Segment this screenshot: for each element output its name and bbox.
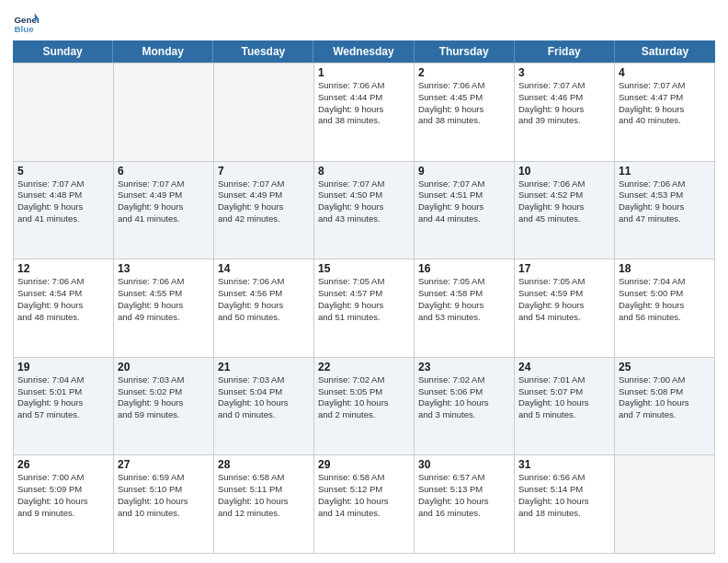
- calendar-day: 9Sunrise: 7:07 AM Sunset: 4:51 PM Daylig…: [415, 162, 515, 259]
- calendar-header: SundayMondayTuesdayWednesdayThursdayFrid…: [13, 40, 715, 63]
- day-info: Sunrise: 6:58 AM Sunset: 5:11 PM Dayligh…: [218, 472, 310, 519]
- day-number: 17: [518, 262, 610, 275]
- day-info: Sunrise: 7:07 AM Sunset: 4:46 PM Dayligh…: [518, 80, 610, 127]
- calendar-day: 13Sunrise: 7:06 AM Sunset: 4:55 PM Dayli…: [114, 259, 214, 357]
- calendar-week: 5Sunrise: 7:07 AM Sunset: 4:48 PM Daylig…: [14, 162, 715, 260]
- page-header: General Blue: [13, 9, 715, 35]
- calendar-day: 1Sunrise: 7:06 AM Sunset: 4:44 PM Daylig…: [314, 63, 415, 161]
- calendar-day: 26Sunrise: 7:00 AM Sunset: 5:09 PM Dayli…: [14, 455, 114, 553]
- calendar-day: 16Sunrise: 7:05 AM Sunset: 4:58 PM Dayli…: [415, 259, 515, 357]
- day-number: 26: [17, 458, 109, 471]
- calendar-day: [14, 63, 114, 161]
- day-number: 18: [619, 262, 711, 275]
- day-number: 20: [118, 361, 210, 373]
- day-info: Sunrise: 6:58 AM Sunset: 5:12 PM Dayligh…: [318, 472, 410, 519]
- day-info: Sunrise: 7:05 AM Sunset: 4:57 PM Dayligh…: [318, 276, 410, 323]
- calendar-day: 6Sunrise: 7:07 AM Sunset: 4:49 PM Daylig…: [114, 162, 214, 259]
- day-info: Sunrise: 7:02 AM Sunset: 5:06 PM Dayligh…: [418, 374, 510, 421]
- day-number: 7: [218, 165, 310, 178]
- calendar-day: 5Sunrise: 7:07 AM Sunset: 4:48 PM Daylig…: [14, 162, 114, 259]
- calendar-day: 21Sunrise: 7:03 AM Sunset: 5:04 PM Dayli…: [214, 358, 314, 455]
- day-number: 4: [619, 66, 711, 79]
- weekday-header: Wednesday: [313, 40, 414, 63]
- day-info: Sunrise: 7:07 AM Sunset: 4:49 PM Dayligh…: [218, 178, 310, 225]
- day-number: 13: [118, 262, 210, 275]
- day-info: Sunrise: 7:02 AM Sunset: 5:05 PM Dayligh…: [318, 374, 410, 421]
- day-number: 31: [518, 458, 610, 471]
- calendar-body: 1Sunrise: 7:06 AM Sunset: 4:44 PM Daylig…: [13, 63, 715, 554]
- calendar: SundayMondayTuesdayWednesdayThursdayFrid…: [13, 40, 715, 554]
- calendar-day: 15Sunrise: 7:05 AM Sunset: 4:57 PM Dayli…: [314, 259, 415, 357]
- calendar-day: 3Sunrise: 7:07 AM Sunset: 4:46 PM Daylig…: [515, 63, 615, 161]
- day-info: Sunrise: 7:00 AM Sunset: 5:08 PM Dayligh…: [619, 374, 711, 421]
- day-number: 30: [418, 458, 510, 471]
- calendar-day: 17Sunrise: 7:05 AM Sunset: 4:59 PM Dayli…: [515, 259, 615, 357]
- day-number: 29: [318, 458, 410, 471]
- day-number: 15: [318, 262, 410, 275]
- day-info: Sunrise: 7:06 AM Sunset: 4:55 PM Dayligh…: [118, 276, 210, 323]
- day-info: Sunrise: 7:00 AM Sunset: 5:09 PM Dayligh…: [17, 472, 109, 519]
- calendar-day: 30Sunrise: 6:57 AM Sunset: 5:13 PM Dayli…: [415, 455, 515, 553]
- day-info: Sunrise: 7:03 AM Sunset: 5:04 PM Dayligh…: [218, 374, 310, 421]
- weekday-header: Saturday: [615, 40, 715, 63]
- calendar-day: 19Sunrise: 7:04 AM Sunset: 5:01 PM Dayli…: [14, 358, 114, 455]
- day-number: 28: [218, 458, 310, 471]
- weekday-header: Tuesday: [213, 40, 313, 63]
- calendar-day: 28Sunrise: 6:58 AM Sunset: 5:11 PM Dayli…: [214, 455, 314, 553]
- calendar-day: 12Sunrise: 7:06 AM Sunset: 4:54 PM Dayli…: [14, 259, 114, 357]
- calendar-week: 26Sunrise: 7:00 AM Sunset: 5:09 PM Dayli…: [14, 455, 715, 554]
- day-info: Sunrise: 6:56 AM Sunset: 5:14 PM Dayligh…: [518, 472, 610, 519]
- day-number: 19: [17, 361, 109, 373]
- day-info: Sunrise: 7:06 AM Sunset: 4:54 PM Dayligh…: [17, 276, 109, 323]
- day-info: Sunrise: 7:06 AM Sunset: 4:45 PM Dayligh…: [418, 80, 510, 127]
- weekday-header: Thursday: [415, 40, 515, 63]
- calendar-day: 14Sunrise: 7:06 AM Sunset: 4:56 PM Dayli…: [214, 259, 314, 357]
- day-info: Sunrise: 7:07 AM Sunset: 4:48 PM Dayligh…: [17, 178, 109, 225]
- day-info: Sunrise: 7:01 AM Sunset: 5:07 PM Dayligh…: [518, 374, 610, 421]
- calendar-day: 10Sunrise: 7:06 AM Sunset: 4:52 PM Dayli…: [515, 162, 615, 259]
- calendar-day: 25Sunrise: 7:00 AM Sunset: 5:08 PM Dayli…: [615, 358, 715, 455]
- day-number: 8: [318, 165, 410, 178]
- logo: General Blue: [13, 9, 39, 35]
- day-number: 10: [518, 165, 610, 178]
- calendar-day: [615, 455, 715, 553]
- logo-icon: General Blue: [13, 9, 39, 35]
- day-info: Sunrise: 6:57 AM Sunset: 5:13 PM Dayligh…: [418, 472, 510, 519]
- calendar-day: 29Sunrise: 6:58 AM Sunset: 5:12 PM Dayli…: [314, 455, 415, 553]
- calendar-day: 22Sunrise: 7:02 AM Sunset: 5:05 PM Dayli…: [314, 358, 415, 455]
- calendar-week: 12Sunrise: 7:06 AM Sunset: 4:54 PM Dayli…: [14, 259, 715, 358]
- day-info: Sunrise: 7:04 AM Sunset: 5:01 PM Dayligh…: [17, 374, 109, 421]
- svg-text:Blue: Blue: [14, 24, 34, 34]
- day-number: 25: [619, 361, 711, 373]
- day-info: Sunrise: 7:05 AM Sunset: 4:59 PM Dayligh…: [518, 276, 610, 323]
- day-number: 22: [318, 361, 410, 373]
- day-number: 11: [619, 165, 711, 178]
- calendar-day: 23Sunrise: 7:02 AM Sunset: 5:06 PM Dayli…: [415, 358, 515, 455]
- calendar-day: 18Sunrise: 7:04 AM Sunset: 5:00 PM Dayli…: [615, 259, 715, 357]
- day-number: 1: [318, 66, 410, 79]
- calendar-day: 7Sunrise: 7:07 AM Sunset: 4:49 PM Daylig…: [214, 162, 314, 259]
- day-number: 14: [218, 262, 310, 275]
- day-number: 23: [418, 361, 510, 373]
- day-info: Sunrise: 7:06 AM Sunset: 4:52 PM Dayligh…: [518, 178, 610, 225]
- day-info: Sunrise: 7:07 AM Sunset: 4:50 PM Dayligh…: [318, 178, 410, 225]
- day-number: 24: [518, 361, 610, 373]
- weekday-header: Sunday: [13, 40, 113, 63]
- day-number: 6: [118, 165, 210, 178]
- day-info: Sunrise: 7:06 AM Sunset: 4:44 PM Dayligh…: [318, 80, 410, 127]
- calendar-week: 1Sunrise: 7:06 AM Sunset: 4:44 PM Daylig…: [14, 63, 715, 162]
- day-number: 9: [418, 165, 510, 178]
- weekday-header: Friday: [515, 40, 615, 63]
- day-number: 16: [418, 262, 510, 275]
- day-info: Sunrise: 7:07 AM Sunset: 4:47 PM Dayligh…: [619, 80, 711, 127]
- day-info: Sunrise: 7:07 AM Sunset: 4:51 PM Dayligh…: [418, 178, 510, 225]
- calendar-day: 27Sunrise: 6:59 AM Sunset: 5:10 PM Dayli…: [114, 455, 214, 553]
- day-number: 27: [118, 458, 210, 471]
- day-number: 2: [418, 66, 510, 79]
- day-info: Sunrise: 7:07 AM Sunset: 4:49 PM Dayligh…: [118, 178, 210, 225]
- calendar-day: 20Sunrise: 7:03 AM Sunset: 5:02 PM Dayli…: [114, 358, 214, 455]
- calendar-day: [114, 63, 214, 161]
- calendar-day: 4Sunrise: 7:07 AM Sunset: 4:47 PM Daylig…: [615, 63, 715, 161]
- day-info: Sunrise: 7:06 AM Sunset: 4:56 PM Dayligh…: [218, 276, 310, 323]
- calendar-day: 24Sunrise: 7:01 AM Sunset: 5:07 PM Dayli…: [515, 358, 615, 455]
